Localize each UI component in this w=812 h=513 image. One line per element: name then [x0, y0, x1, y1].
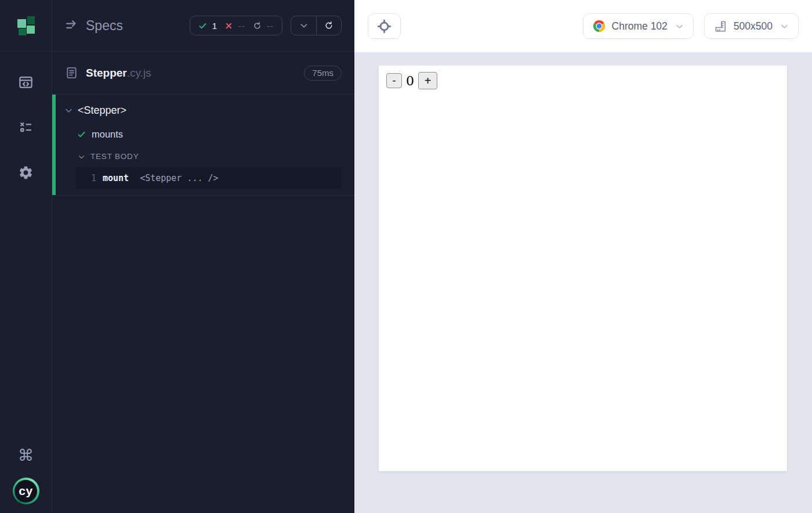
collapse-all-button[interactable]: [291, 16, 316, 35]
chevron-down-icon: [64, 106, 73, 115]
suite-row[interactable]: <Stepper>: [52, 99, 354, 122]
spec-duration-badge: 75ms: [304, 66, 342, 81]
cypress-grid-logo-icon: [16, 16, 35, 35]
aut-viewport: - 0 +: [379, 66, 787, 471]
chevron-down-icon: [675, 22, 684, 31]
stage: Chrome 102 500x500: [354, 0, 812, 513]
cypress-logo-button[interactable]: [0, 0, 52, 52]
stage-header: Chrome 102 500x500: [354, 0, 812, 52]
stepper-value: 0: [406, 74, 414, 88]
runs-list-icon[interactable]: [18, 120, 34, 135]
specs-panel: Specs 1 -- --: [52, 0, 354, 513]
command-method: mount: [103, 173, 129, 183]
browser-dropdown[interactable]: Chrome 102: [583, 13, 694, 39]
sidebar-nav: [18, 74, 34, 180]
viewport-size-dropdown[interactable]: 500x500: [704, 13, 799, 39]
passed-count: 1: [212, 21, 217, 31]
spec-file-name: Stepper: [86, 67, 127, 80]
spec-file-row[interactable]: Stepper .cy.js 75ms: [52, 52, 354, 95]
pending-restart-icon: [253, 21, 262, 30]
stepper-component: - 0 +: [386, 72, 437, 89]
browser-label: Chrome 102: [612, 20, 668, 32]
stepper-increment-button[interactable]: +: [418, 72, 437, 89]
specs-panel-title: Specs: [86, 18, 123, 34]
active-spec-section: <Stepper> mounts TEST BODY 1 mount <Step…: [52, 95, 354, 196]
suite-title: <Stepper>: [78, 104, 126, 117]
sidebar: ⌘ cy: [0, 0, 52, 513]
test-stats: 1 -- --: [190, 16, 282, 35]
failed-count: --: [238, 21, 245, 31]
chevron-down-icon: [78, 153, 85, 160]
test-passed-check-icon: [77, 130, 86, 139]
chevron-down-icon: [780, 22, 789, 31]
chrome-icon: [593, 20, 606, 32]
test-body-row[interactable]: TEST BODY: [52, 146, 354, 167]
command-log-row[interactable]: 1 mount <Stepper ... />: [76, 167, 341, 189]
rerun-tests-button[interactable]: [316, 16, 341, 35]
specs-browser-icon[interactable]: [18, 74, 34, 90]
reporter-header-buttons: [291, 16, 342, 35]
specs-header: Specs 1 -- --: [52, 0, 354, 52]
failed-x-icon: [224, 21, 233, 30]
stage-area: - 0 +: [354, 52, 812, 513]
viewport-size-label: 500x500: [734, 20, 773, 32]
test-row[interactable]: mounts: [52, 122, 354, 146]
stepper-decrement-button[interactable]: -: [386, 73, 402, 88]
crosshair-icon: [377, 19, 392, 34]
spec-file-icon: [65, 66, 78, 80]
cy-logo-text: cy: [19, 484, 32, 498]
settings-gear-icon[interactable]: [18, 165, 34, 180]
cypress-app: ⌘ cy Specs 1: [0, 0, 812, 513]
specs-list-icon: [65, 19, 79, 33]
command-line-number: 1: [76, 173, 103, 183]
cypress-cy-logo[interactable]: cy: [13, 478, 39, 504]
keyboard-shortcuts-icon[interactable]: ⌘: [18, 448, 34, 464]
spec-file-extension: .cy.js: [127, 67, 151, 80]
selector-playground-button[interactable]: [368, 13, 401, 39]
command-args: <Stepper ... />: [140, 173, 218, 183]
test-body-label: TEST BODY: [90, 152, 139, 161]
test-title: mounts: [92, 129, 123, 140]
pending-count: --: [267, 21, 274, 31]
ruler-icon: [714, 20, 727, 33]
passed-check-icon: [198, 21, 207, 30]
